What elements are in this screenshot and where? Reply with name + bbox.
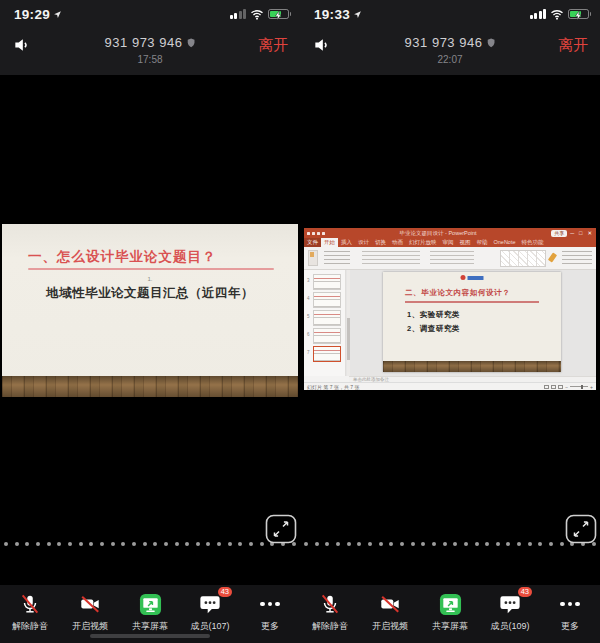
more-button[interactable]: 更多 <box>540 592 600 633</box>
normal-view-icon <box>544 385 549 389</box>
share-screen-label: 共享屏幕 <box>432 620 468 633</box>
unmute-label: 解除静音 <box>312 620 348 633</box>
leave-meeting-button[interactable]: 离开 <box>558 36 588 55</box>
page-dot <box>347 542 351 546</box>
page-dot <box>538 542 542 546</box>
members-button[interactable]: 43 成员(109) <box>480 592 540 633</box>
share-screen-button[interactable]: 共享屏幕 <box>420 592 480 633</box>
members-button[interactable]: 43 成员(107) <box>180 592 240 633</box>
page-dot <box>528 542 532 546</box>
ribbon-tab-2: 开始 <box>321 238 338 247</box>
font-group <box>362 251 420 264</box>
page-dot <box>325 542 329 546</box>
fullscreen-expand-button[interactable] <box>265 514 297 544</box>
editing-group <box>562 251 592 264</box>
more-label: 更多 <box>261 620 279 633</box>
page-dot <box>36 542 40 546</box>
speaker-toggle-button[interactable] <box>12 35 34 57</box>
share-screen-icon <box>137 592 163 616</box>
start-video-label: 开启视频 <box>372 620 408 633</box>
start-video-button[interactable]: 开启视频 <box>60 592 120 633</box>
microphone-muted-icon <box>317 592 343 616</box>
quick-access-toolbar <box>307 232 325 235</box>
zoom-slider <box>570 386 588 387</box>
home-indicator[interactable] <box>90 634 210 638</box>
phone-capture-right: 19:33 <box>300 0 600 643</box>
paragraph-group <box>430 251 474 264</box>
page-dot <box>25 542 29 546</box>
signal-strength-icon <box>530 9 547 19</box>
window-controls: ─□✕ <box>570 229 592 238</box>
ribbon-tab-12: 特色功能 <box>519 238 547 247</box>
page-dot <box>47 542 51 546</box>
ribbon-tab-6: 动画 <box>389 238 406 247</box>
page-dot <box>217 542 221 546</box>
unmute-button[interactable]: 解除静音 <box>0 592 60 633</box>
ppt-slide-underline <box>405 301 539 303</box>
page-dot <box>249 542 253 546</box>
page-dot <box>57 542 61 546</box>
page-dot <box>357 542 361 546</box>
wifi-icon <box>550 9 564 20</box>
shared-screen-video: 一、怎么设计毕业论文题目？ 1. 地域性毕业论文题目汇总（近四年） <box>0 75 300 585</box>
view-zoom-controls: − + <box>544 383 593 391</box>
microphone-muted-icon <box>17 592 43 616</box>
share-screen-button[interactable]: 共享屏幕 <box>120 592 180 633</box>
restore-icon: □ <box>579 229 582 238</box>
page-dot <box>111 542 115 546</box>
share-screen-label: 共享屏幕 <box>132 620 168 633</box>
ribbon-tab-3: 插入 <box>338 238 355 247</box>
page-dot <box>153 542 157 546</box>
wifi-icon <box>250 9 264 20</box>
zoom-in-icon: + <box>590 383 593 391</box>
ppt-list-item: 2、调查研究类 <box>407 322 460 336</box>
status-indicators <box>530 9 592 20</box>
ribbon-tab-5: 切换 <box>372 238 389 247</box>
start-video-button[interactable]: 开启视频 <box>360 592 420 633</box>
powerpoint-titlebar: 毕业论文题目设计 - PowerPoint 共享 ─□✕ <box>304 228 596 238</box>
page-dot <box>175 542 179 546</box>
status-time: 19:29 <box>14 7 62 22</box>
fullscreen-expand-button[interactable] <box>565 514 597 544</box>
sorter-view-icon <box>551 385 556 389</box>
slides-group <box>324 251 350 264</box>
ribbon-tab-7: 幻灯片放映 <box>406 238 440 247</box>
page-dot <box>475 542 479 546</box>
shield-icon <box>486 38 495 48</box>
page-dot <box>421 542 425 546</box>
page-dot <box>464 542 468 546</box>
top-chrome: 19:33 <box>300 0 600 75</box>
slide-count-status: 幻灯片 第 7 张，共 7 张 <box>307 384 360 390</box>
page-dot <box>549 542 553 546</box>
more-button[interactable]: 更多 <box>240 592 300 633</box>
paste-button-icon <box>308 250 318 266</box>
page-dot <box>68 542 72 546</box>
status-indicators <box>230 9 292 20</box>
page-dot <box>400 542 404 546</box>
top-chrome: 19:29 <box>0 0 300 75</box>
page-dot <box>432 542 436 546</box>
leave-meeting-button[interactable]: 离开 <box>258 36 288 55</box>
ribbon-tab-9: 视图 <box>457 238 474 247</box>
ppt-slide-list: 1、实验研究类2、调查研究类 <box>407 308 460 336</box>
page-dot <box>368 542 372 546</box>
camera-off-icon <box>377 592 403 616</box>
page-dot <box>100 542 104 546</box>
ppt-share-button: 共享 <box>551 230 567 237</box>
speaker-toggle-button[interactable] <box>312 35 334 57</box>
battery-charging-icon <box>268 9 291 19</box>
members-chat-icon: 43 <box>497 592 523 616</box>
page-dot <box>304 542 308 546</box>
page-indicator-dots <box>304 541 596 547</box>
meeting-elapsed-time: 22:07 <box>405 54 496 65</box>
zoom-out-icon: − <box>565 383 568 391</box>
phone-capture-left: 19:29 <box>0 0 300 643</box>
slide-thumbnail-3: 3 <box>313 274 341 290</box>
slide-title: 一、怎么设计毕业论文题目？ <box>28 248 217 266</box>
status-time-text: 19:29 <box>14 7 50 22</box>
shape-styles-gallery <box>500 250 546 267</box>
page-dot <box>496 542 500 546</box>
slide-thumbnail-7: 7 <box>313 346 341 362</box>
unmute-button[interactable]: 解除静音 <box>300 592 360 633</box>
powerpoint-window-title: 毕业论文题目设计 - PowerPoint <box>325 230 551 237</box>
